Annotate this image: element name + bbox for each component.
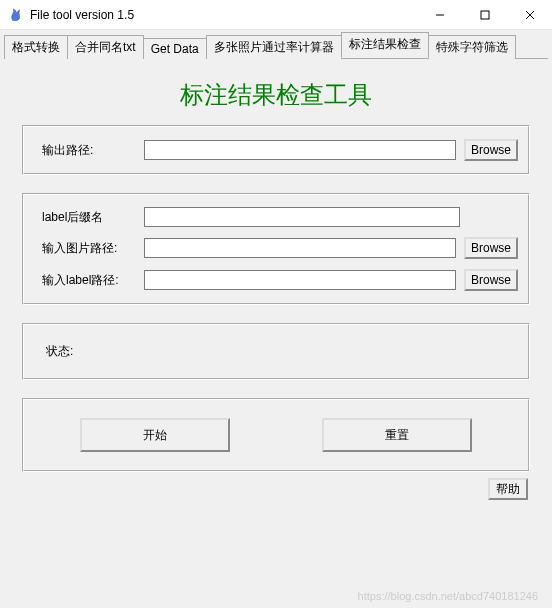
titlebar: File tool version 1.5 [0, 0, 552, 30]
label-path-input[interactable] [144, 270, 456, 290]
reset-button[interactable]: 重置 [322, 418, 472, 452]
label-browse-button[interactable]: Browse [464, 269, 518, 291]
input-frame: label后缀名 输入图片路径: Browse 输入label路径: Brows… [22, 193, 530, 305]
image-path-label: 输入图片路径: [34, 240, 144, 257]
tab-format-convert[interactable]: 格式转换 [4, 35, 68, 59]
label-suffix-row: label后缀名 [34, 207, 518, 227]
tab-merge-txt[interactable]: 合并同名txt [67, 35, 144, 59]
label-path-row: 输入label路径: Browse [34, 269, 518, 291]
output-path-input[interactable] [144, 140, 456, 160]
output-path-row: 输出路径: Browse [34, 139, 518, 161]
label-path-label: 输入label路径: [34, 272, 144, 289]
window-title: File tool version 1.5 [30, 8, 417, 22]
image-path-row: 输入图片路径: Browse [34, 237, 518, 259]
help-row: 帮助 [22, 478, 530, 502]
image-browse-button[interactable]: Browse [464, 237, 518, 259]
label-suffix-input[interactable] [144, 207, 460, 227]
tab-get-data[interactable]: Get Data [143, 38, 207, 59]
app-icon [8, 7, 24, 23]
svg-rect-1 [481, 11, 489, 19]
tab-label-check[interactable]: 标注结果检查 [341, 32, 429, 58]
image-path-input[interactable] [144, 238, 456, 258]
start-button[interactable]: 开始 [80, 418, 230, 452]
label-suffix-label: label后缀名 [34, 209, 144, 226]
status-label: 状态: [46, 344, 73, 358]
page-title: 标注结果检查工具 [22, 79, 530, 111]
action-frame: 开始 重置 [22, 398, 530, 472]
status-frame: 状态: [22, 323, 530, 380]
tab-special-char-filter[interactable]: 特殊字符筛选 [428, 35, 516, 59]
help-button[interactable]: 帮助 [488, 478, 528, 500]
output-browse-button[interactable]: Browse [464, 139, 518, 161]
output-frame: 输出路径: Browse [22, 125, 530, 175]
status-row: 状态: [34, 337, 518, 366]
output-path-label: 输出路径: [34, 142, 144, 159]
watermark: https://blog.csdn.net/abcd740181246 [358, 590, 538, 602]
maximize-button[interactable] [462, 0, 507, 29]
minimize-button[interactable] [417, 0, 462, 29]
close-button[interactable] [507, 0, 552, 29]
tab-passrate-calc[interactable]: 多张照片通过率计算器 [206, 35, 342, 59]
tabstrip: 格式转换 合并同名txt Get Data 多张照片通过率计算器 标注结果检查 … [0, 30, 552, 58]
tabpanel-label-check: 标注结果检查工具 输出路径: Browse label后缀名 输入图片路径: B… [4, 58, 548, 506]
window-controls [417, 0, 552, 29]
